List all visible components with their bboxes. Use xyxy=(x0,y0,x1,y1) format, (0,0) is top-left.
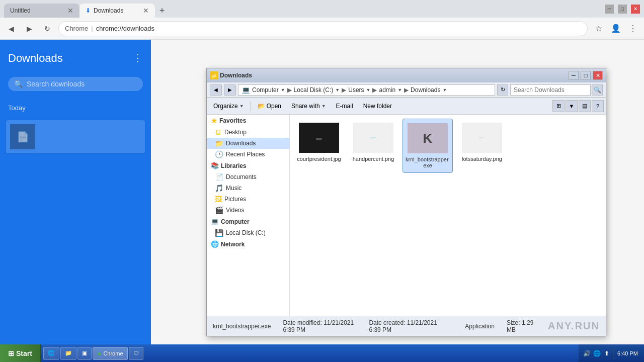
taskbar-tray: 🔊 🌐 ⬆ 6:40 PM xyxy=(579,344,644,362)
taskbar-cmd[interactable]: ▣ xyxy=(77,347,92,360)
taskbar-shield[interactable]: 🛡 xyxy=(129,347,143,360)
search-input[interactable] xyxy=(27,80,137,88)
shield-taskbar-icon: 🛡 xyxy=(133,350,139,356)
new-folder-button[interactable]: New folder xyxy=(359,100,396,113)
sidebar-item-videos[interactable]: 🎬 Videos xyxy=(207,205,289,216)
view-toggle-button[interactable]: ⊞ xyxy=(552,100,565,112)
view-buttons: ⊞ ▼ ▤ ? xyxy=(552,100,604,112)
profile-button[interactable]: 👤 xyxy=(609,22,623,36)
new-tab-button[interactable]: + xyxy=(155,4,169,18)
help-button[interactable]: ? xyxy=(592,100,604,112)
explorer-minimize-button[interactable]: ─ xyxy=(569,71,579,80)
thumb-img-courtpresident: ▬ xyxy=(299,123,339,153)
path-downloads: Downloads xyxy=(411,86,440,94)
sidebar-favorites-header[interactable]: ★ Favorites xyxy=(207,115,289,127)
sidebar-item-localdisk[interactable]: 💾 Local Disk (C:) xyxy=(207,227,289,238)
tab-untitled[interactable]: Untitled ✕ xyxy=(4,4,79,18)
explorer-back-button[interactable]: ◀ xyxy=(210,84,222,96)
download-thumb: 📄 xyxy=(10,124,35,149)
view-dropdown-button[interactable]: ▼ xyxy=(566,100,578,112)
file-krnl[interactable]: K krnl_bootstrapper.exe xyxy=(403,119,453,173)
sidebar-libraries-header[interactable]: 📚 Libraries xyxy=(207,160,289,171)
browser-titlebar: Untitled ✕ ⬇ Downloads ✕ + ─ □ ✕ xyxy=(0,0,644,18)
sidebar-item-pictures[interactable]: 🖼 Pictures xyxy=(207,194,289,205)
sidebar-item-documents[interactable]: 📄 Documents xyxy=(207,171,289,183)
today-label: Today xyxy=(0,95,151,120)
bookmarks-button[interactable]: ☆ xyxy=(592,22,606,36)
taskbar-explorer[interactable]: 📁 xyxy=(60,347,76,360)
close-button[interactable]: ✕ xyxy=(631,5,640,14)
file-handpercent[interactable]: ─ handpercent.png xyxy=(348,119,398,173)
localdisk-icon: 💾 xyxy=(215,229,223,237)
sidebar-network-header[interactable]: 🌐 Network xyxy=(207,238,289,250)
explorer-close-button[interactable]: ✕ xyxy=(593,71,603,80)
tray-upload-icon[interactable]: ⬆ xyxy=(603,349,611,357)
explorer-files: ▬ courtpresident.jpg ─ handpercent.png xyxy=(290,115,606,316)
thumb-img-krnl: K xyxy=(408,123,448,153)
address-bar[interactable]: Chrome | chrome://downloads xyxy=(58,21,588,36)
tab-downloads-label: Downloads xyxy=(94,7,123,14)
explorer-refresh-button[interactable]: ↻ xyxy=(497,84,508,96)
downloads-header: Downloads xyxy=(0,40,151,73)
sidebar-computer-header[interactable]: 💻 Computer xyxy=(207,216,289,227)
taskbar-ie[interactable]: 🌐 xyxy=(43,347,59,360)
desktop-icon: 🖥 xyxy=(215,128,222,136)
file-courtpresident[interactable]: ▬ courtpresident.jpg xyxy=(294,119,344,173)
download-list-item[interactable]: 📄 xyxy=(6,120,145,153)
sidebar-item-recent[interactable]: 🕐 Recent Places xyxy=(207,149,289,160)
tab-untitled-close[interactable]: ✕ xyxy=(67,7,73,15)
path-computer: Computer xyxy=(252,86,279,94)
downloads-search[interactable]: 🔍 xyxy=(8,77,143,91)
explorer-icon: 📁 xyxy=(65,350,72,356)
menu-button[interactable]: ⋮ xyxy=(626,22,640,36)
ie-icon: 🌐 xyxy=(48,350,55,356)
pictures-icon: 🖼 xyxy=(215,195,222,203)
toolbar-actions: ☆ 👤 ⋮ xyxy=(592,22,640,36)
back-button[interactable]: ◀ xyxy=(4,22,18,36)
downloads-more-button[interactable]: ⋮ xyxy=(133,52,143,64)
sidebar-item-desktop[interactable]: 🖥 Desktop xyxy=(207,127,289,138)
downloads-dropdown[interactable]: ▼ xyxy=(442,87,447,93)
explorer-forward-button[interactable]: ▶ xyxy=(224,84,236,96)
thumb-img-handpercent: ─ xyxy=(353,123,393,153)
sidebar-item-music[interactable]: 🎵 Music xyxy=(207,183,289,194)
file-name-handpercent: handpercent.png xyxy=(353,156,394,162)
computer-dropdown[interactable]: ▼ xyxy=(281,87,285,93)
explorer-search-input[interactable] xyxy=(510,84,591,96)
file-lotssaturday[interactable]: ─ lotssaturday.png xyxy=(457,119,507,173)
network-icon: 🌐 xyxy=(211,240,219,248)
start-button[interactable]: ⊞ Start xyxy=(0,344,41,362)
share-arrow: ▼ xyxy=(321,104,326,109)
maximize-button[interactable]: □ xyxy=(618,5,627,14)
folder-open-icon: 📂 xyxy=(258,103,265,110)
taskbar-chrome[interactable]: ● Chrome xyxy=(93,347,128,360)
status-date-created: Date created: 11/21/2021 6:39 PM xyxy=(369,319,441,333)
reload-button[interactable]: ↻ xyxy=(40,22,54,36)
tray-network-icon[interactable]: 🌐 xyxy=(593,349,601,357)
admin-dropdown[interactable]: ▼ xyxy=(397,87,402,93)
localdisk-dropdown[interactable]: ▼ xyxy=(335,87,340,93)
minimize-button[interactable]: ─ xyxy=(605,5,614,14)
explorer-body: ★ Favorites 🖥 Desktop 📁 Downloads 🕐 Rece… xyxy=(207,115,606,316)
users-dropdown[interactable]: ▼ xyxy=(366,87,371,93)
explorer-search-button[interactable]: 🔍 xyxy=(592,84,603,96)
explorer-maximize-button[interactable]: □ xyxy=(581,71,591,80)
tab-downloads[interactable]: ⬇ Downloads ✕ xyxy=(79,4,155,18)
path-admin: admin xyxy=(379,86,395,94)
explorer-address-path[interactable]: 💻 Computer ▼ ▶ Local Disk (C:) ▼ ▶ Users… xyxy=(238,84,495,96)
organize-button[interactable]: Organize ▼ xyxy=(209,100,249,113)
preview-pane-button[interactable]: ▤ xyxy=(579,100,591,112)
downloads-folder-icon: 📁 xyxy=(215,139,223,147)
music-icon: 🎵 xyxy=(215,184,223,192)
tab-downloads-close[interactable]: ✕ xyxy=(143,7,149,15)
status-size: Size: 1.29 MB xyxy=(507,319,536,333)
start-label: Start xyxy=(16,349,32,357)
forward-button[interactable]: ▶ xyxy=(22,22,36,36)
open-button[interactable]: 📂 Open xyxy=(253,100,286,113)
explorer-search-area: 🔍 xyxy=(510,84,603,96)
explorer-sidebar: ★ Favorites 🖥 Desktop 📁 Downloads 🕐 Rece… xyxy=(207,115,290,316)
sidebar-item-downloads[interactable]: 📁 Downloads xyxy=(207,138,289,149)
email-button[interactable]: E-mail xyxy=(332,100,358,113)
tray-volume-icon[interactable]: 🔊 xyxy=(583,349,591,357)
share-with-button[interactable]: Share with ▼ xyxy=(287,100,331,113)
